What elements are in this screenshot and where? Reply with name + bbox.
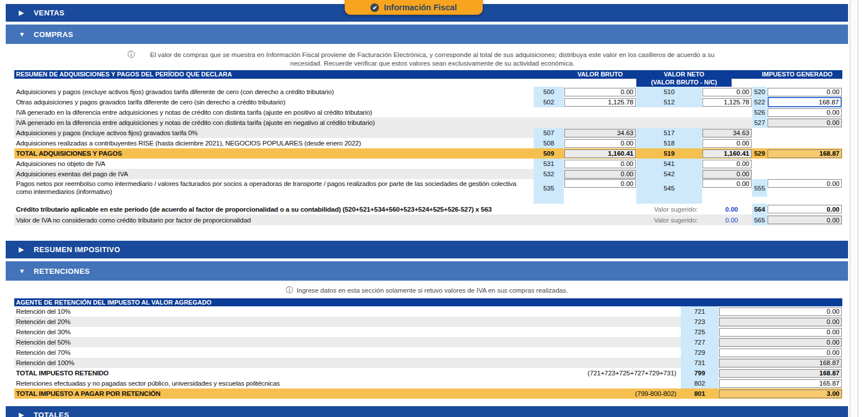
suggested-value: 0.00 <box>711 206 752 213</box>
retenciones-row: Retención del 20%723 <box>14 317 842 327</box>
retenciones-table: AGENTE DE RETENCIÓN DEL IMPUESTO AL VALO… <box>14 298 842 399</box>
retenciones-row: Retención del 10%721 <box>14 306 842 317</box>
compras-row: Adquisiciones y pagos (excluye activos f… <box>14 87 842 97</box>
field-518-input[interactable] <box>703 139 752 148</box>
chevron-down-icon: ▼ <box>19 268 34 274</box>
field-721-input[interactable] <box>719 307 842 316</box>
code-729: 729 <box>681 347 718 358</box>
row-label: Retención del 30% <box>14 328 681 336</box>
empty-column <box>752 138 842 148</box>
row-label: Retención del 10% <box>14 307 681 315</box>
field-802-input[interactable] <box>719 379 842 388</box>
field-532-input <box>564 170 636 179</box>
field-729-input[interactable] <box>719 349 842 357</box>
section-bar-retenciones[interactable]: ▼ RETENCIONES <box>6 261 848 281</box>
field-531-input[interactable] <box>564 160 636 168</box>
code-512: 512 <box>636 97 702 107</box>
code-801: 801 <box>681 388 718 399</box>
field-517-input <box>703 129 752 137</box>
suggested-value-label: Valor sugerido: <box>654 217 711 224</box>
compras-row: IVA generado en la diferencia entre adqu… <box>14 118 842 128</box>
code-517: 517 <box>636 128 702 138</box>
row-formula: (799-800-802) <box>635 390 681 398</box>
field-541-input[interactable] <box>703 160 752 168</box>
row-label-text: Retención del 100% <box>16 359 74 367</box>
informacion-fiscal-button[interactable]: ✔ Información Fiscal <box>345 0 483 15</box>
field-508-input[interactable] <box>564 139 636 148</box>
compras-info-note: ⓘ El valor de compras que se muestra en … <box>6 44 848 68</box>
field-545-input[interactable] <box>703 179 752 188</box>
chevron-down-icon: ▼ <box>19 31 34 38</box>
info-icon: ⓘ <box>286 286 293 294</box>
field-510-input[interactable] <box>703 88 752 96</box>
row-label: Adquisiciones y pagos (excluye activos f… <box>14 87 534 96</box>
row-label-text: Retención del 50% <box>16 338 71 346</box>
retenciones-table-title: AGENTE DE RETENCIÓN DEL IMPUESTO AL VALO… <box>14 298 842 306</box>
compras-table-header: RESUMEN DE ADQUISICIONES Y PAGOS DEL PER… <box>14 70 842 79</box>
code-518: 518 <box>636 138 702 148</box>
section-bar-compras[interactable]: ▼ COMPRAS <box>6 25 848 44</box>
code-500: 500 <box>534 87 564 97</box>
iva-declaration-page: ✔ Información Fiscal ▶ VENTAS ▼ COMPRAS … <box>0 0 868 417</box>
compras-row: Adquisiciones realizadas a contribuyente… <box>14 138 842 148</box>
field-522-input[interactable] <box>768 97 842 107</box>
code-545: 545 <box>636 179 702 197</box>
col-valor-neto-subtitle: (VALOR BRUTO - N/C) <box>636 79 732 87</box>
row-formula: (721+723+725+727+729+731) <box>588 369 681 377</box>
informacion-fiscal-label: Información Fiscal <box>383 3 457 12</box>
field-500-input[interactable] <box>564 88 636 96</box>
retenciones-row: Retención del 30%725 <box>14 327 842 337</box>
field-731-input <box>719 359 842 367</box>
credit-row: Crédito tributario aplicable en este per… <box>14 204 842 214</box>
retenciones-total-row: TOTAL IMPUESTO A PAGAR POR RETENCIÓN(799… <box>14 388 842 399</box>
compras-rows: Adquisiciones y pagos (excluye activos f… <box>14 87 842 197</box>
row-label: Adquisiciones exentas del pago de IVA <box>14 169 534 179</box>
section-bar-totales[interactable]: ▶ TOTALES <box>6 406 848 417</box>
suggested-value-label: Valor sugerido: <box>654 206 711 213</box>
field-535-input[interactable] <box>564 179 636 188</box>
code-527: 527 <box>752 118 767 128</box>
section-title-compras: COMPRAS <box>34 30 73 39</box>
compras-row: Pagos netos por reembolso como intermedi… <box>14 179 842 197</box>
row-label: Adquisiciones realizadas a contribuyente… <box>14 139 534 148</box>
field-555-input[interactable] <box>768 179 842 188</box>
field-502-input[interactable] <box>564 98 636 107</box>
field-520-input[interactable] <box>768 88 842 96</box>
code-522: 522 <box>752 97 767 107</box>
check-circle-icon: ✔ <box>370 3 379 12</box>
col-valor-bruto: VALOR BRUTO <box>564 70 636 79</box>
code-510: 510 <box>636 87 702 97</box>
info-icon: ⓘ <box>128 51 135 59</box>
row-label: Retención del 20% <box>14 318 681 326</box>
field-526-input[interactable] <box>768 108 842 117</box>
field-512-input[interactable] <box>703 98 752 107</box>
field-507-input <box>564 129 636 137</box>
field-725-input[interactable] <box>719 328 842 337</box>
compras-table: RESUMEN DE ADQUISICIONES Y PAGOS DEL PER… <box>14 70 842 225</box>
retenciones-info-text: Ingrese datos en esta sección solamente … <box>297 286 568 295</box>
row-label: Adquisiciones no objeto de IVA <box>14 159 534 168</box>
row-label: Adquisiciones y pagos (incluye activos f… <box>14 128 534 137</box>
field-542-input <box>703 170 752 179</box>
retenciones-row: Retención del 100%731 <box>14 358 842 368</box>
row-label: IVA generado en la diferencia entre adqu… <box>14 118 535 127</box>
field-527-input <box>768 119 842 127</box>
field-519-input <box>703 149 752 158</box>
code-725: 725 <box>681 327 718 337</box>
row-label-text: Retención del 10% <box>16 307 71 315</box>
field-529-input <box>768 149 842 158</box>
compras-row: Adquisiciones no objeto de IVA531541 <box>14 159 842 169</box>
retenciones-panel: ⓘ Ingrese datos en esta sección solament… <box>6 281 848 403</box>
code-526: 526 <box>752 107 767 118</box>
field-799-input <box>719 369 842 378</box>
row-label-text: Retención del 20% <box>16 318 71 326</box>
row-label: Valor de IVA no considerado como crédito… <box>14 216 654 224</box>
vertical-scrollbar[interactable] <box>850 0 858 417</box>
field-564-input[interactable] <box>768 205 842 213</box>
compras-table-title: RESUMEN DE ADQUISICIONES Y PAGOS DEL PER… <box>16 70 232 79</box>
form-container: ✔ Información Fiscal ▶ VENTAS ▼ COMPRAS … <box>6 4 848 417</box>
section-title-totales: TOTALES <box>34 411 69 417</box>
code-555: 555 <box>752 179 767 197</box>
code-727: 727 <box>681 337 718 347</box>
section-bar-resumen-impositivo[interactable]: ▶ RESUMEN IMPOSITIVO <box>6 241 848 258</box>
